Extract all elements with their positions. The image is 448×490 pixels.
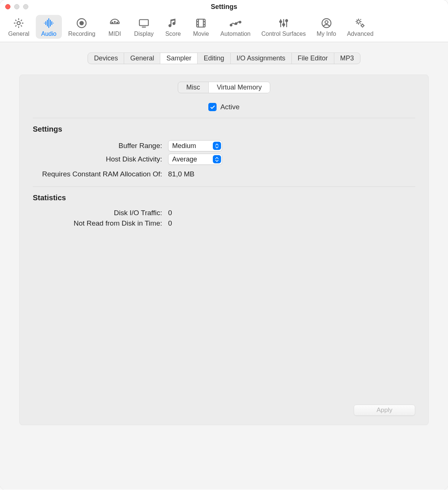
svg-point-15 [325,21,328,23]
buffer-range-popup[interactable]: Medium [168,140,222,151]
svg-point-13 [285,20,287,22]
not-read-row: Not Read from Disk in Time: 0 [33,219,415,227]
tab-editing[interactable]: Editing [198,53,230,64]
divider [33,186,415,187]
active-checkbox[interactable] [208,103,217,111]
svg-point-9 [235,23,237,25]
gears-icon [354,17,366,29]
toolbar-label: Advanced [347,31,373,37]
host-disk-value: Average [172,156,197,163]
music-notes-icon [167,17,179,29]
toolbar-label: Control Surfaces [261,31,306,37]
midi-port-icon [109,17,121,29]
tab-io[interactable]: I/O Assignments [231,53,292,64]
toolbar-label: My Info [316,31,336,37]
svg-point-10 [239,21,241,23]
active-checkbox-row: Active [33,103,415,111]
toolbar-item-movie[interactable]: Movie [188,15,214,39]
tab-devices[interactable]: Devices [88,53,124,64]
toolbar-item-score[interactable]: Score [160,15,186,39]
toolbar-label: Movie [193,31,209,37]
subtab-virtual-memory[interactable]: Virtual Memory [209,82,270,93]
tab-general[interactable]: General [124,53,160,64]
toolbar-item-control-surfaces[interactable]: Control Surfaces [257,15,310,39]
apply-button[interactable]: Apply [354,405,415,416]
not-read-label: Not Read from Disk in Time: [33,219,162,227]
svg-point-17 [362,25,364,27]
svg-point-11 [280,21,281,22]
sliders-icon [278,17,290,29]
sampler-panel: Misc Virtual Memory Active Settings Buff… [19,75,429,425]
tab-file-editor[interactable]: File Editor [292,53,334,64]
waveform-icon [43,17,55,29]
svg-point-16 [357,20,360,23]
toolbar-label: Recording [68,31,95,37]
checkmark-icon [210,104,215,110]
buffer-range-row: Buffer Range: Medium [33,140,415,151]
display-icon [138,17,150,29]
svg-point-5 [117,22,118,23]
titlebar: Settings [0,0,448,13]
disk-io-value: 0 [168,209,415,217]
ram-alloc-value: 81,0 MB [168,170,415,178]
person-circle-icon [321,17,332,29]
popup-stepper-icon [213,142,221,150]
not-read-value: 0 [168,219,415,227]
svg-point-4 [114,21,116,22]
toolbar-label: Display [134,31,154,37]
tab-sampler[interactable]: Sampler [160,53,198,64]
svg-rect-6 [139,20,148,26]
svg-point-0 [17,22,20,25]
sampler-subtab-selector: Misc Virtual Memory [178,82,271,93]
ram-alloc-row: Requires Constant RAM Allocation Of: 81,… [33,170,415,178]
svg-point-8 [230,24,232,26]
buffer-range-label: Buffer Range: [33,142,162,150]
host-disk-popup[interactable]: Average [168,154,222,165]
content-area: Devices General Sampler Editing I/O Assi… [0,42,448,490]
svg-point-12 [283,23,284,25]
disk-io-row: Disk I/O Traffic: 0 [33,209,415,217]
svg-point-2 [80,21,83,25]
toolbar-item-midi[interactable]: MIDI [102,15,128,39]
disk-io-label: Disk I/O Traffic: [33,209,162,217]
toolbar-label: General [8,31,29,37]
toolbar-item-my-info[interactable]: My Info [312,15,340,39]
toolbar-label: Score [165,31,181,37]
tab-mp3[interactable]: MP3 [334,53,360,64]
film-icon [195,17,207,29]
divider [33,118,415,118]
toolbar-label: Automation [220,31,250,37]
settings-heading: Settings [33,125,415,134]
toolbar-label: MIDI [108,31,121,37]
subtab-misc[interactable]: Misc [178,82,209,93]
svg-point-3 [112,22,113,23]
toolbar: General Audio Recording [0,13,448,42]
svg-rect-7 [197,19,205,27]
record-icon [76,17,88,29]
host-disk-label: Host Disk Activity: [33,155,162,163]
popup-stepper-icon [213,155,221,163]
automation-curve-icon [230,17,242,29]
buffer-range-value: Medium [172,142,196,150]
host-disk-row: Host Disk Activity: Average [33,154,415,165]
statistics-heading: Statistics [33,194,415,202]
toolbar-label: Audio [41,31,56,37]
toolbar-item-audio[interactable]: Audio [36,15,62,39]
toolbar-item-display[interactable]: Display [130,15,158,39]
window-title: Settings [0,3,448,11]
apply-label: Apply [376,406,392,414]
toolbar-item-general[interactable]: General [4,15,34,39]
active-label: Active [220,103,240,111]
gear-icon [13,17,25,29]
toolbar-item-advanced[interactable]: Advanced [343,15,378,39]
toolbar-item-automation[interactable]: Automation [216,15,255,39]
settings-window: Settings General Audio [0,0,448,490]
audio-subtab-selector: Devices General Sampler Editing I/O Assi… [88,53,360,64]
ram-alloc-label: Requires Constant RAM Allocation Of: [33,170,162,178]
toolbar-item-recording[interactable]: Recording [64,15,100,39]
